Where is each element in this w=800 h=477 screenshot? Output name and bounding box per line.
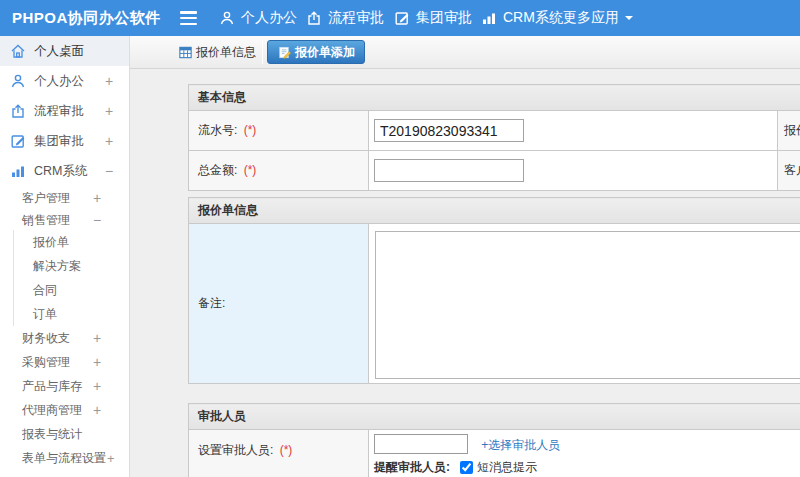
- sidebar-item-personal-office[interactable]: 个人办公 +: [0, 66, 129, 96]
- table-icon: [178, 45, 193, 60]
- table-row: 设置审批人员: (*) +选择审批人员 提醒审批人员: 短消息提示 注：流程第一…: [189, 430, 800, 477]
- quotation-form: 基本信息 流水号: (*) 报价 总金额: (*) 客户: [130, 69, 800, 477]
- expand-plus-icon[interactable]: +: [93, 354, 101, 370]
- edit-icon: [394, 10, 410, 26]
- sidebar-item-label: 解决方案: [33, 258, 81, 275]
- expand-plus-icon[interactable]: +: [93, 378, 101, 394]
- edit-icon: [10, 133, 26, 149]
- section-quotation-info: 报价单信息 备注:: [188, 197, 800, 384]
- serial-number-input[interactable]: [374, 119, 524, 142]
- bar-chart-icon: [481, 10, 497, 26]
- topmenu-label: 集团审批: [416, 9, 472, 27]
- topmenu-label: 流程审批: [328, 9, 384, 27]
- section-approvers: 审批人员 设置审批人员: (*) +选择审批人员 提醒审批人员: 短消息提示: [188, 403, 800, 477]
- sidebar-item-label: 产品与库存: [22, 378, 82, 395]
- sidebar-item-label: 集团审批: [34, 133, 84, 150]
- sms-remind-checkbox[interactable]: [460, 461, 473, 474]
- sidebar: 个人桌面 个人办公 + 流程审批 + 集团审批 + CRM系统 − 客户管理 +…: [0, 36, 130, 477]
- expand-plus-icon[interactable]: +: [105, 103, 113, 119]
- sidebar-item-reports-stats[interactable]: 报表与统计: [0, 422, 129, 446]
- sidebar-item-order[interactable]: 订单: [14, 302, 129, 326]
- sidebar-item-label: 个人办公: [34, 73, 84, 90]
- sidebar-item-label: 个人桌面: [34, 43, 84, 60]
- topmenu-label: 更多应用: [563, 9, 619, 27]
- required-marker: (*): [280, 443, 293, 457]
- topmenu-more-apps[interactable]: 更多应用: [563, 0, 633, 36]
- table-row: 流水号: (*) 报价: [189, 111, 800, 151]
- sidebar-item-agent-mgmt[interactable]: 代理商管理 +: [0, 398, 129, 422]
- total-amount-label: 总金额: (*): [189, 151, 369, 191]
- sidebar-item-solution[interactable]: 解决方案: [14, 254, 129, 278]
- expand-plus-icon[interactable]: +: [93, 190, 101, 206]
- bar-chart-icon: [10, 163, 26, 179]
- required-marker: (*): [244, 163, 257, 177]
- workflow-icon: [306, 10, 322, 26]
- tab-quotation-info[interactable]: 报价单信息: [172, 40, 263, 64]
- table-row: 备注:: [189, 224, 800, 384]
- sidebar-item-label: 客户管理: [22, 190, 70, 207]
- customer-label-clipped: 客户: [778, 151, 800, 191]
- tab-quotation-add[interactable]: 报价单添加: [267, 40, 365, 64]
- section-title: 基本信息: [189, 85, 800, 111]
- main-content: 报价单信息 报价单添加 基本信息 流水号: (*) 报价: [130, 36, 800, 477]
- sidebar-item-customer-mgmt[interactable]: 客户管理 +: [0, 186, 129, 210]
- hamburger-menu-icon[interactable]: [180, 11, 197, 25]
- required-marker: (*): [244, 123, 257, 137]
- home-icon: [10, 43, 26, 59]
- approver-input[interactable]: [374, 434, 468, 454]
- expand-plus-icon[interactable]: +: [107, 451, 115, 466]
- total-amount-input[interactable]: [374, 159, 524, 182]
- topmenu-label: 个人办公: [241, 9, 297, 27]
- sidebar-item-label: 采购管理: [22, 354, 70, 371]
- section-title: 报价单信息: [189, 198, 800, 224]
- sidebar-item-contract[interactable]: 合同: [14, 278, 129, 302]
- sms-remind-label: 短消息提示: [477, 459, 537, 476]
- sidebar-item-crm-system[interactable]: CRM系统 −: [0, 156, 129, 186]
- sidebar-item-purchase-mgmt[interactable]: 采购管理 +: [0, 350, 129, 374]
- select-approver-link[interactable]: +选择审批人员: [481, 438, 560, 452]
- sidebar-item-label: 报表与统计: [22, 426, 82, 443]
- topmenu-label: CRM系统: [503, 9, 563, 27]
- sidebar-item-label: 表单与流程设置: [22, 450, 106, 467]
- section-title: 审批人员: [189, 404, 800, 430]
- sidebar-item-personal-desktop[interactable]: 个人桌面: [0, 36, 129, 66]
- collapse-minus-icon[interactable]: −: [93, 212, 101, 228]
- sidebar-item-sales-mgmt[interactable]: 销售管理 −: [0, 210, 129, 230]
- sidebar-item-quotation[interactable]: 报价单: [14, 230, 129, 254]
- user-icon: [10, 73, 26, 89]
- expand-plus-icon[interactable]: +: [93, 402, 101, 418]
- app-title: PHPOA协同办公软件: [12, 9, 161, 28]
- sidebar-item-label: 报价单: [33, 234, 69, 251]
- sidebar-item-label: 代理商管理: [22, 402, 82, 419]
- sales-submenu: 报价单 解决方案 合同 订单: [13, 230, 129, 326]
- topmenu-personal-office[interactable]: 个人办公: [219, 0, 297, 36]
- serial-number-label: 流水号: (*): [189, 111, 369, 151]
- sidebar-item-product-inventory[interactable]: 产品与库存 +: [0, 374, 129, 398]
- memo-label: 备注:: [189, 224, 369, 384]
- collapse-minus-icon[interactable]: −: [105, 163, 113, 179]
- approver-picker-line: +选择审批人员: [374, 434, 800, 454]
- quotation-label-clipped: 报价: [778, 111, 800, 151]
- form-add-icon: [277, 45, 292, 60]
- remind-line: 提醒审批人员: 短消息提示: [374, 459, 800, 476]
- memo-textarea[interactable]: [375, 231, 800, 379]
- user-icon: [219, 10, 235, 26]
- topmenu-workflow-approval[interactable]: 流程审批: [306, 0, 384, 36]
- expand-plus-icon[interactable]: +: [93, 330, 101, 346]
- topmenu-crm-system[interactable]: CRM系统: [481, 0, 563, 36]
- expand-plus-icon[interactable]: +: [105, 73, 113, 89]
- sidebar-item-label: 合同: [33, 282, 57, 299]
- remind-approver-label: 提醒审批人员:: [374, 459, 450, 476]
- tab-label: 报价单添加: [295, 44, 355, 61]
- sidebar-item-label: CRM系统: [34, 163, 87, 180]
- sidebar-item-finance[interactable]: 财务收支 +: [0, 326, 129, 350]
- topmenu-group-approval[interactable]: 集团审批: [394, 0, 472, 36]
- sidebar-item-label: 财务收支: [22, 330, 70, 347]
- sidebar-item-group-approval[interactable]: 集团审批 +: [0, 126, 129, 156]
- sidebar-item-form-workflow-settings[interactable]: 表单与流程设置 +: [0, 446, 129, 470]
- sidebar-item-label: 销售管理: [22, 212, 70, 229]
- caret-down-icon: [625, 16, 633, 24]
- sidebar-item-label: 订单: [33, 306, 57, 323]
- sidebar-item-workflow-approval[interactable]: 流程审批 +: [0, 96, 129, 126]
- expand-plus-icon[interactable]: +: [105, 133, 113, 149]
